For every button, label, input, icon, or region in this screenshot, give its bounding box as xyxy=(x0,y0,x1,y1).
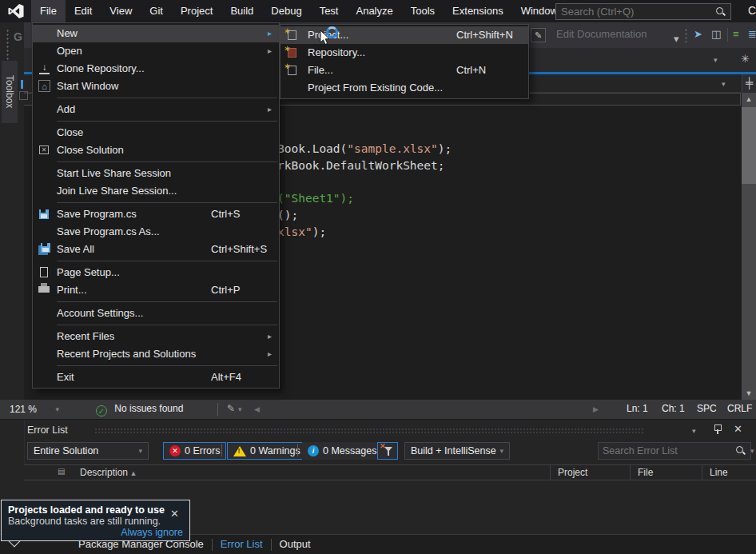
toolbar-grip[interactable] xyxy=(684,28,688,42)
file-menu-item-join-live-share-session[interactable]: Join Live Share Session... xyxy=(33,182,279,200)
toolbar-grip[interactable] xyxy=(6,29,10,61)
hscroll-left-icon[interactable]: ◀ xyxy=(254,405,260,413)
file-menu-item-save-program-cs-as[interactable]: Save Program.cs As... xyxy=(33,223,279,241)
column-header-description[interactable]: Description ▲ xyxy=(80,467,137,478)
editor-status-strip: 121 % ▾ ✓ No issues found ✎▾ ◀ ▶ Ln: 1 C… xyxy=(0,400,756,419)
hscroll-right-icon[interactable]: ▶ xyxy=(593,405,599,413)
new-submenu-label: Project From Existing Code... xyxy=(308,82,443,94)
close-icon[interactable]: ✕ xyxy=(170,508,179,520)
column-divider[interactable] xyxy=(630,465,631,481)
pencil-icon[interactable]: ✎ xyxy=(531,28,546,42)
chevron-down-icon[interactable]: ▾ xyxy=(722,80,726,88)
file-menu-item-add[interactable]: Add▸ xyxy=(33,101,279,118)
menu-git[interactable]: Git xyxy=(141,0,172,22)
file-menu-item-page-setup[interactable]: Page Setup... xyxy=(33,264,279,281)
file-menu-item-close[interactable]: Close xyxy=(33,124,279,141)
file-menu-item-start-live-share-session[interactable]: Start Live Share Session xyxy=(33,165,279,182)
window-position-icon[interactable]: ▾ xyxy=(692,427,696,435)
errors-filter-button[interactable]: ✕ 0 Errors xyxy=(163,442,226,460)
column-divider[interactable] xyxy=(550,465,551,481)
file-menu-item-save-program-cs[interactable]: Save Program.csCtrl+S xyxy=(33,205,279,223)
menu-debug[interactable]: Debug xyxy=(262,0,310,22)
menu-separator xyxy=(57,301,277,302)
menu-test[interactable]: Test xyxy=(311,0,348,22)
error-list-search[interactable]: ▾ xyxy=(598,442,751,460)
new-submenu-item-project[interactable]: ∗Project...Ctrl+Shift+N xyxy=(281,26,528,44)
chevron-down-icon[interactable]: ▾ xyxy=(714,56,718,64)
column-divider[interactable] xyxy=(702,465,702,481)
zoom-level: 121 % xyxy=(10,404,37,415)
menu-tools[interactable]: Tools xyxy=(402,0,444,22)
column-header-line[interactable]: Line xyxy=(710,467,728,478)
code-line: ("Sheet1"); xyxy=(277,190,354,206)
sort-ascending-icon: ▲ xyxy=(128,469,137,477)
pin-icon[interactable] xyxy=(714,424,722,434)
menu-edit[interactable]: Edit xyxy=(66,0,101,22)
file-menu-item-open[interactable]: Open▸ xyxy=(33,42,279,60)
new-submenu-item-repository[interactable]: ∗Repository... xyxy=(281,44,528,62)
file-menu-item-save-all[interactable]: Save AllCtrl+Shift+S xyxy=(33,241,279,258)
file-menu-item-exit[interactable]: ExitAlt+F4 xyxy=(33,369,279,386)
save-all-icon xyxy=(41,243,50,253)
menu-build[interactable]: Build xyxy=(221,0,262,22)
select-element-icon[interactable]: ➤ xyxy=(694,28,702,40)
check-circle-icon: ✓ xyxy=(96,405,107,416)
messages-filter-button[interactable]: i 0 Messages xyxy=(302,442,382,460)
account-button[interactable]: C xyxy=(748,4,756,17)
close-icon[interactable]: ✕ xyxy=(734,423,742,435)
quick-search-input[interactable] xyxy=(556,6,716,18)
multi-filter-button[interactable]: ✕ xyxy=(377,442,398,460)
file-menu-item-close-solution[interactable]: ✕Close Solution xyxy=(33,141,279,159)
bottom-tab-output[interactable]: Output xyxy=(272,535,319,554)
chevron-down-icon[interactable]: ▾ xyxy=(674,33,679,45)
error-list-search-input[interactable] xyxy=(603,445,731,456)
menu-analyze[interactable]: Analyze xyxy=(347,0,401,22)
file-menu-label: Close Solution xyxy=(57,144,124,156)
gear-icon[interactable]: ✳ xyxy=(741,53,750,65)
file-menu-item-print[interactable]: Print...Ctrl+P xyxy=(33,281,279,299)
warnings-filter-button[interactable]: 0 Warnings xyxy=(227,442,307,460)
scrollbar-thumb[interactable] xyxy=(742,107,756,184)
code-segment: ); xyxy=(438,142,452,155)
file-menu-item-start-window[interactable]: ⌂Start Window xyxy=(33,78,279,95)
zoom-selector[interactable]: 121 % ▾ xyxy=(5,401,64,417)
errors-count: 0 Errors xyxy=(185,445,220,456)
health-indicator[interactable]: ✓ No issues found xyxy=(96,403,183,416)
line-indicator: Ln: 1 xyxy=(627,403,648,414)
file-menu-item-account-settings[interactable]: Account Settings... xyxy=(33,305,279,322)
menu-extensions[interactable]: Extensions xyxy=(444,0,512,22)
editor-vertical-scrollbar[interactable]: ▲ ▼ xyxy=(742,93,756,400)
column-header-file[interactable]: File xyxy=(638,467,653,478)
title-bar: FileEditViewGitProjectBuildDebugTestAnal… xyxy=(0,0,756,22)
toolbox-tab[interactable]: Toolbox xyxy=(2,61,18,123)
menu-project[interactable]: Project xyxy=(172,0,221,22)
file-menu-label: Page Setup... xyxy=(57,266,120,278)
quick-search-box[interactable] xyxy=(555,3,731,20)
column-header-project[interactable]: Project xyxy=(558,467,587,478)
spaces-indicator[interactable]: SPC xyxy=(697,403,717,414)
panel-drag-texture[interactable] xyxy=(94,428,644,434)
comment-icon[interactable]: ≣ xyxy=(748,28,756,40)
code-cleanup-icon[interactable]: ✎▾ xyxy=(227,403,242,414)
scope-dropdown[interactable]: Entire Solution ▾ xyxy=(27,442,149,460)
file-menu-item-recent-files[interactable]: Recent Files▸ xyxy=(33,328,279,345)
menu-file[interactable]: File xyxy=(31,0,66,22)
file-menu-item-clone-repository[interactable]: ↓Clone Repository... xyxy=(33,60,279,78)
menu-view[interactable]: View xyxy=(101,0,141,22)
code-line: rkBook.DefaultWorkSheet; xyxy=(277,157,445,173)
file-menu-item-new[interactable]: New▸ xyxy=(33,25,279,42)
copy-icon[interactable]: ◫ xyxy=(711,28,721,40)
file-menu-label: Recent Projects and Solutions xyxy=(57,348,196,360)
always-ignore-link[interactable]: Always ignore xyxy=(121,527,183,538)
line-ending-indicator[interactable]: CRLF xyxy=(727,403,752,414)
scroll-up-icon[interactable]: ▲ xyxy=(742,95,756,103)
bottom-tab-error-list[interactable]: Error List xyxy=(213,535,271,554)
split-editor-handle[interactable]: ╪ xyxy=(742,74,756,93)
indent-lines-icon[interactable]: ≡ xyxy=(733,28,739,40)
new-submenu-item-file[interactable]: ∗File...Ctrl+N xyxy=(281,62,528,79)
chevron-down-icon[interactable]: ▾ xyxy=(750,447,754,455)
file-menu-item-recent-projects-and-solutions[interactable]: Recent Projects and Solutions▸ xyxy=(33,345,279,363)
scroll-down-icon[interactable]: ▼ xyxy=(742,389,756,397)
source-dropdown[interactable]: Build + IntelliSense ▾ xyxy=(404,442,510,460)
new-submenu-item-project-from-existing-code[interactable]: Project From Existing Code... xyxy=(281,79,528,97)
